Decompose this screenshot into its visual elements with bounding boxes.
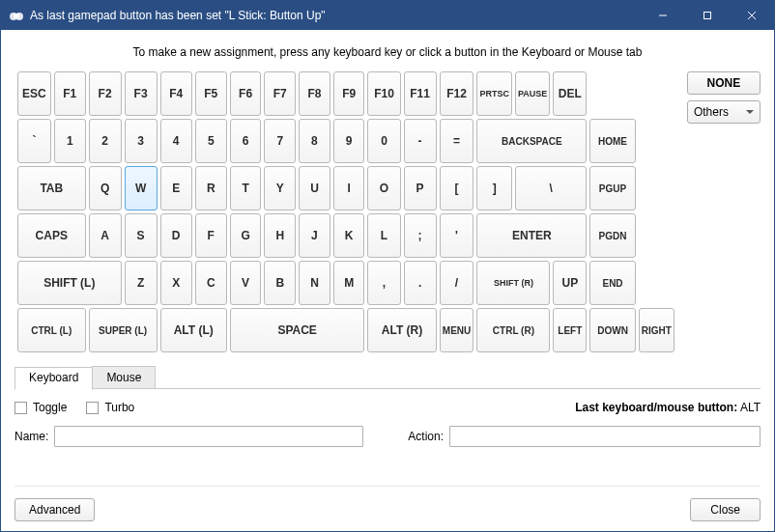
key-r[interactable]: R bbox=[195, 166, 227, 210]
key-pgdn[interactable]: PGDN bbox=[589, 213, 636, 258]
key-3[interactable]: 3 bbox=[125, 119, 158, 163]
key-6[interactable]: 6 bbox=[230, 119, 262, 163]
key-p[interactable]: P bbox=[404, 166, 437, 210]
key-f4[interactable]: F4 bbox=[160, 71, 192, 116]
key-ralt[interactable]: ALT (R) bbox=[367, 308, 436, 352]
key-comma[interactable]: , bbox=[367, 261, 400, 305]
key-g[interactable]: G bbox=[230, 213, 262, 258]
key-del[interactable]: DEL bbox=[553, 71, 587, 116]
key-lbracket[interactable]: [ bbox=[440, 166, 474, 210]
key-1[interactable]: 1 bbox=[54, 119, 86, 163]
key-f8[interactable]: F8 bbox=[299, 71, 330, 116]
key-4[interactable]: 4 bbox=[160, 119, 192, 163]
tab-keyboard[interactable]: Keyboard bbox=[14, 367, 93, 390]
key-b[interactable]: B bbox=[264, 261, 296, 305]
key-period[interactable]: . bbox=[404, 261, 437, 305]
key-a[interactable]: A bbox=[89, 213, 122, 258]
key-lctrl[interactable]: CTRL (L) bbox=[17, 308, 86, 352]
key-f11[interactable]: F11 bbox=[404, 71, 437, 116]
key-f9[interactable]: F9 bbox=[333, 71, 365, 116]
key-f3[interactable]: F3 bbox=[125, 71, 158, 116]
key-left[interactable]: LEFT bbox=[553, 308, 587, 352]
none-button[interactable]: NONE bbox=[687, 71, 761, 95]
window-minimize-button[interactable] bbox=[641, 1, 685, 30]
key-lalt[interactable]: ALT (L) bbox=[160, 308, 227, 352]
key-h[interactable]: H bbox=[264, 213, 296, 258]
key-f7[interactable]: F7 bbox=[264, 71, 296, 116]
key-q[interactable]: Q bbox=[89, 166, 122, 210]
key-z[interactable]: Z bbox=[125, 261, 158, 305]
chevron-down-icon bbox=[746, 110, 754, 114]
key-t[interactable]: T bbox=[230, 166, 262, 210]
key-9[interactable]: 9 bbox=[333, 119, 365, 163]
key-prtsc[interactable]: PRTSC bbox=[476, 71, 512, 116]
key-apostrophe[interactable]: ' bbox=[440, 213, 474, 258]
key-up[interactable]: UP bbox=[553, 261, 587, 305]
key-pause[interactable]: PAUSE bbox=[515, 71, 550, 116]
key-e[interactable]: E bbox=[160, 166, 192, 210]
key-rshift[interactable]: SHIFT (R) bbox=[476, 261, 550, 305]
window-close-button[interactable] bbox=[730, 1, 774, 30]
key-k[interactable]: K bbox=[333, 213, 365, 258]
key-i[interactable]: I bbox=[333, 166, 365, 210]
key-pgup[interactable]: PGUP bbox=[589, 166, 636, 210]
key-c[interactable]: C bbox=[195, 261, 227, 305]
key-enter[interactable]: ENTER bbox=[476, 213, 587, 258]
advanced-button[interactable]: Advanced bbox=[14, 498, 95, 521]
key-8[interactable]: 8 bbox=[299, 119, 330, 163]
key-rbracket[interactable]: ] bbox=[476, 166, 512, 210]
key-f10[interactable]: F10 bbox=[367, 71, 400, 116]
key-f1[interactable]: F1 bbox=[54, 71, 86, 116]
key-f5[interactable]: F5 bbox=[195, 71, 227, 116]
key-rctrl[interactable]: CTRL (R) bbox=[476, 308, 550, 352]
key-o[interactable]: O bbox=[367, 166, 400, 210]
key-semicolon[interactable]: ; bbox=[404, 213, 437, 258]
key-home[interactable]: HOME bbox=[589, 119, 636, 163]
key-m[interactable]: M bbox=[333, 261, 365, 305]
key-v[interactable]: V bbox=[230, 261, 262, 305]
toggle-checkbox[interactable]: Toggle bbox=[14, 401, 67, 414]
turbo-checkbox[interactable]: Turbo bbox=[86, 401, 134, 414]
key-u[interactable]: U bbox=[299, 166, 330, 210]
key-minus[interactable]: - bbox=[404, 119, 437, 163]
key-down[interactable]: DOWN bbox=[589, 308, 636, 352]
key-f[interactable]: F bbox=[195, 213, 227, 258]
key-f12[interactable]: F12 bbox=[440, 71, 474, 116]
key-n[interactable]: N bbox=[299, 261, 330, 305]
key-s[interactable]: S bbox=[125, 213, 158, 258]
key-f6[interactable]: F6 bbox=[230, 71, 262, 116]
action-input[interactable] bbox=[449, 426, 761, 447]
others-dropdown[interactable]: Others bbox=[687, 100, 761, 124]
key-esc[interactable]: ESC bbox=[17, 71, 51, 116]
key-equals[interactable]: = bbox=[440, 119, 474, 163]
key-menu[interactable]: MENU bbox=[440, 308, 474, 352]
key-2[interactable]: 2 bbox=[89, 119, 122, 163]
key-x[interactable]: X bbox=[160, 261, 192, 305]
key-l[interactable]: L bbox=[367, 213, 400, 258]
key-super[interactable]: SUPER (L) bbox=[89, 308, 158, 352]
key-0[interactable]: 0 bbox=[367, 119, 400, 163]
key-grave[interactable]: ` bbox=[17, 119, 51, 163]
key-w[interactable]: W bbox=[125, 166, 158, 210]
key-f2[interactable]: F2 bbox=[89, 71, 122, 116]
key-lshift[interactable]: SHIFT (L) bbox=[17, 261, 122, 305]
virtual-keyboard: ESC F1 F2 F3 F4 F5 F6 F7 F8 F9 F10 F11 F… bbox=[14, 69, 677, 355]
name-input[interactable] bbox=[54, 426, 363, 447]
key-d[interactable]: D bbox=[160, 213, 192, 258]
key-7[interactable]: 7 bbox=[264, 119, 296, 163]
tab-mouse[interactable]: Mouse bbox=[92, 366, 156, 389]
key-backslash[interactable]: \ bbox=[515, 166, 587, 210]
key-5[interactable]: 5 bbox=[195, 119, 227, 163]
key-caps[interactable]: CAPS bbox=[17, 213, 86, 258]
key-end[interactable]: END bbox=[589, 261, 636, 305]
key-space[interactable]: SPACE bbox=[230, 308, 365, 352]
key-right[interactable]: RIGHT bbox=[639, 308, 675, 352]
key-tab[interactable]: TAB bbox=[17, 166, 86, 210]
close-button[interactable]: Close bbox=[690, 498, 761, 521]
key-slash[interactable]: / bbox=[440, 261, 474, 305]
svg-rect-4 bbox=[704, 13, 711, 19]
window-maximize-button[interactable] bbox=[685, 1, 730, 30]
key-y[interactable]: Y bbox=[264, 166, 296, 210]
key-j[interactable]: J bbox=[299, 213, 330, 258]
key-backspace[interactable]: BACKSPACE bbox=[476, 119, 587, 163]
